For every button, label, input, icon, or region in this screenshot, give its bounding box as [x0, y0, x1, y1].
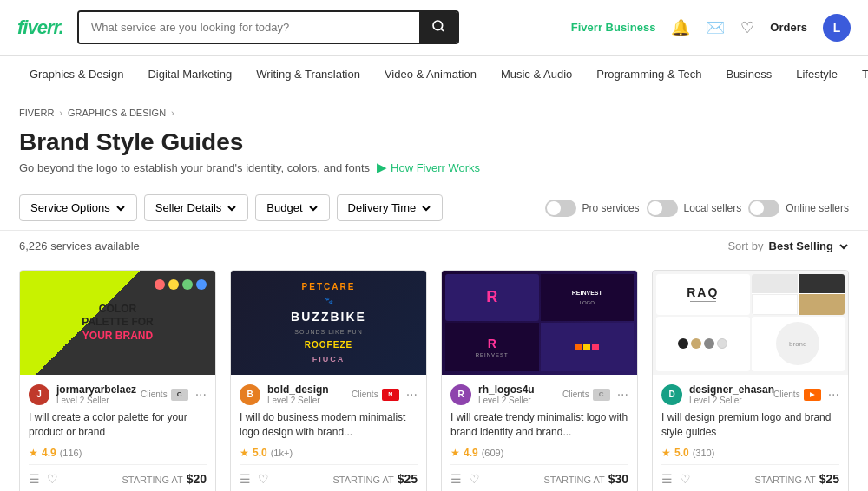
search-input[interactable]	[79, 12, 419, 43]
nav-video-animation[interactable]: Video & Animation	[372, 56, 489, 95]
price-3: $30	[608, 472, 628, 486]
heart-icon-4[interactable]: ♡	[680, 472, 691, 486]
breadcrumb-sep1: ›	[59, 108, 62, 118]
price-area-3: STARTING AT $30	[543, 472, 628, 486]
clients-logo-4: ▶	[804, 389, 821, 401]
more-btn-4[interactable]: ···	[828, 387, 839, 403]
nav-music-audio[interactable]: Music & Audio	[489, 56, 584, 95]
how-fiverr-works-link[interactable]: ▶ How Fiverr Works	[377, 160, 480, 175]
nav-programming-tech[interactable]: Programming & Tech	[584, 56, 713, 95]
card-desc-1: I will create a color palette for your p…	[29, 410, 207, 440]
footer-icons-2: ☰ ♡	[240, 472, 269, 486]
rating-row-4: ★ 5.0 (310)	[661, 447, 839, 459]
card-footer-3: ☰ ♡ STARTING AT $30	[450, 464, 628, 486]
heart-icon-1[interactable]: ♡	[47, 472, 58, 486]
list-icon-3[interactable]: ☰	[450, 472, 462, 486]
table-row[interactable]: R REINVEST LOGO R REINVEST	[441, 270, 638, 491]
heart-icon-3[interactable]: ♡	[469, 472, 480, 486]
main-nav: Graphics & Design Digital Marketing Writ…	[0, 56, 868, 95]
rating-val-1: 4.9	[42, 447, 56, 459]
price-area-2: STARTING AT $25	[332, 472, 418, 486]
seller-level-1: Level 2 Seller	[56, 396, 134, 405]
seller-row-4: D designer_ehasan Level 2 Seller Clients…	[661, 383, 839, 405]
sort-select[interactable]: Sort by Best Selling	[727, 239, 849, 252]
local-sellers-toggle[interactable]	[647, 200, 678, 217]
orders-link[interactable]: Orders	[770, 21, 807, 34]
rating-val-2: 5.0	[253, 447, 267, 459]
service-options-filter[interactable]: Service Options	[19, 194, 137, 221]
local-sellers-label: Local sellers	[684, 202, 742, 214]
seller-badge-2: Clients N	[352, 389, 399, 401]
seller-level-2: Level 2 Seller	[267, 396, 345, 405]
breadcrumb: FIVERR › GRAPHICS & DESIGN ›	[0, 95, 868, 123]
rating-count-4: (310)	[693, 448, 715, 458]
sort-label: Sort by	[727, 239, 763, 252]
seller-row-3: R rh_logos4u Level 2 Seller Clients C ··…	[450, 383, 628, 405]
seller-badge-1: Clients C	[141, 389, 188, 401]
more-btn-2[interactable]: ···	[406, 387, 418, 403]
clients-logo-1: C	[171, 389, 188, 401]
list-icon-1[interactable]: ☰	[29, 472, 40, 486]
table-row[interactable]: PETCARE 🐾 BUZZBIKE SOUNDS LIKE FUN ROOFE…	[230, 270, 427, 491]
rating-count-1: (116)	[60, 448, 82, 458]
seller-name-2: bold_design	[267, 383, 345, 396]
local-sellers-toggle-item: Local sellers	[647, 200, 742, 217]
rating-val-3: 4.9	[464, 447, 478, 459]
seller-avatar-1: J	[29, 384, 49, 405]
seller-name-3: rh_logos4u	[478, 383, 556, 396]
seller-name-4: designer_ehasan	[689, 383, 766, 396]
rating-row-2: ★ 5.0 (1k+)	[240, 447, 418, 459]
card-body-1: J jormaryarbelaez Level 2 Seller Clients…	[20, 375, 215, 491]
nav-trending[interactable]: Trending	[850, 56, 868, 95]
seller-level-4: Level 2 Seller	[689, 396, 766, 405]
budget-filter[interactable]: Budget	[255, 194, 329, 221]
nav-business[interactable]: Business	[713, 56, 784, 95]
nav-writing-translation[interactable]: Writing & Translation	[244, 56, 372, 95]
more-btn-3[interactable]: ···	[617, 387, 628, 403]
rating-val-4: 5.0	[674, 447, 689, 459]
svg-line-1	[441, 29, 444, 31]
star-icon-2: ★	[240, 447, 249, 459]
table-row[interactable]: COLOR PALETTE FOR YOUR BRAND J jormaryar…	[19, 270, 216, 491]
svg-point-0	[433, 21, 443, 30]
list-icon-4[interactable]: ☰	[661, 472, 673, 486]
list-icon-2[interactable]: ☰	[240, 472, 251, 486]
delivery-time-filter[interactable]: Delivery Time	[337, 194, 444, 221]
star-icon-1: ★	[29, 447, 38, 459]
table-row[interactable]: RAQ	[652, 270, 849, 491]
seller-details-filter[interactable]: Seller Details	[144, 194, 249, 221]
card-image-4: RAQ	[653, 271, 848, 375]
card-footer-2: ☰ ♡ STARTING AT $25	[240, 464, 418, 486]
starting-at-4: STARTING AT	[754, 475, 815, 485]
breadcrumb-category[interactable]: GRAPHICS & DESIGN	[68, 108, 166, 118]
nav-lifestyle[interactable]: Lifestyle	[784, 56, 850, 95]
avatar[interactable]: L	[823, 14, 851, 42]
heart-icon-2[interactable]: ♡	[258, 472, 269, 486]
heart-icon[interactable]: ♡	[740, 18, 754, 37]
card-footer-4: ☰ ♡ STARTING AT $25	[661, 464, 839, 486]
pro-services-toggle[interactable]	[545, 200, 576, 217]
seller-avatar-2: B	[240, 384, 260, 405]
seller-name-1: jormaryarbelaez	[56, 383, 134, 396]
pro-services-toggle-item: Pro services	[545, 200, 640, 217]
nav-digital-marketing[interactable]: Digital Marketing	[135, 56, 244, 95]
footer-icons-4: ☰ ♡	[661, 472, 691, 486]
seller-avatar-4: D	[661, 384, 682, 405]
more-btn-1[interactable]: ···	[195, 387, 207, 403]
toggle-group: Pro services Local sellers Online seller…	[545, 200, 849, 217]
seller-info-2: bold_design Level 2 Seller	[267, 383, 345, 405]
page-title-area: Brand Style Guides Go beyond the logo to…	[0, 123, 868, 186]
fiverr-business-link[interactable]: Fiverr Business	[571, 21, 656, 34]
search-button[interactable]	[419, 12, 457, 43]
online-sellers-toggle[interactable]	[748, 200, 779, 217]
fiverr-logo: fiverr.	[17, 16, 63, 39]
nav-graphics-design[interactable]: Graphics & Design	[17, 56, 135, 95]
seller-info-3: rh_logos4u Level 2 Seller	[478, 383, 556, 405]
mail-icon[interactable]: ✉️	[706, 18, 725, 37]
price-area-4: STARTING AT $25	[754, 472, 839, 486]
bell-icon[interactable]: 🔔	[671, 18, 690, 37]
breadcrumb-fiverr[interactable]: FIVERR	[19, 108, 54, 118]
rating-row-1: ★ 4.9 (116)	[29, 447, 207, 459]
card-body-2: B bold_design Level 2 Seller Clients N ·…	[231, 375, 426, 491]
header: fiverr. Fiverr Business 🔔 ✉️ ♡ Orders L	[0, 0, 868, 56]
